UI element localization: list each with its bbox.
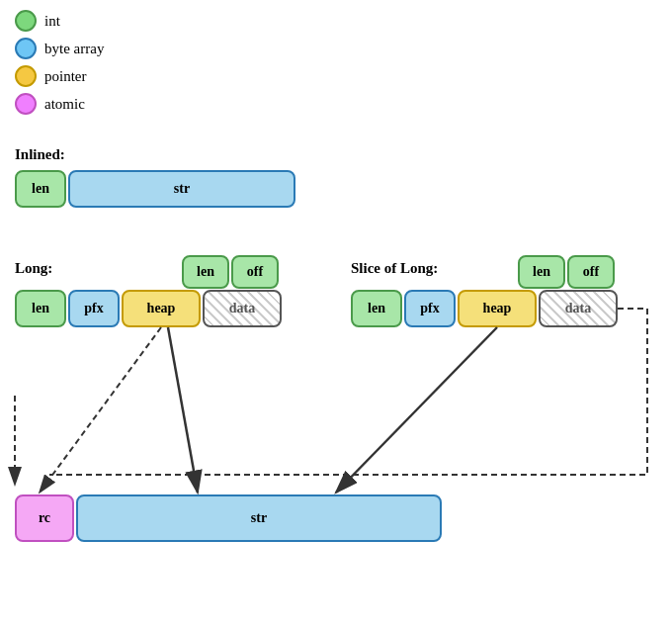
- legend-item-int: int: [15, 10, 104, 32]
- long-len-box: len: [15, 290, 66, 327]
- slice-data-box: data: [539, 290, 618, 327]
- inlined-str-box: str: [68, 170, 295, 208]
- int-icon: [15, 10, 37, 32]
- svg-line-0: [40, 327, 161, 493]
- atomic-icon: [15, 93, 37, 115]
- long-label: Long:: [15, 260, 52, 277]
- bottom-str-box: str: [76, 494, 442, 542]
- legend-item-pointer: pointer: [15, 65, 104, 87]
- pointer-icon: [15, 65, 37, 87]
- long-off-box: off: [231, 255, 279, 289]
- slice-heap-box: heap: [458, 290, 537, 327]
- slice-label: Slice of Long:: [351, 260, 438, 277]
- long-pfx-box: pfx: [68, 290, 120, 327]
- inlined-len-box: len: [15, 170, 66, 208]
- slice-len-box: len: [351, 290, 402, 327]
- long-len2-box: len: [182, 255, 229, 289]
- byte-array-icon: [15, 38, 37, 59]
- long-data-box: data: [203, 290, 282, 327]
- svg-line-2: [336, 327, 497, 493]
- legend-item-byte-array: byte array: [15, 38, 104, 59]
- legend-label-int: int: [44, 13, 60, 30]
- slice-off-box: off: [567, 255, 615, 289]
- slice-len2-box: len: [518, 255, 565, 289]
- legend-label-atomic: atomic: [44, 96, 85, 113]
- bottom-rc-box: rc: [15, 494, 74, 542]
- legend: int byte array pointer atomic: [15, 10, 104, 115]
- svg-line-1: [168, 327, 198, 493]
- inlined-label: Inlined:: [15, 146, 65, 163]
- legend-item-atomic: atomic: [15, 93, 104, 115]
- long-heap-box: heap: [122, 290, 201, 327]
- legend-label-byte-array: byte array: [44, 41, 104, 57]
- slice-pfx-box: pfx: [404, 290, 456, 327]
- legend-label-pointer: pointer: [44, 68, 87, 85]
